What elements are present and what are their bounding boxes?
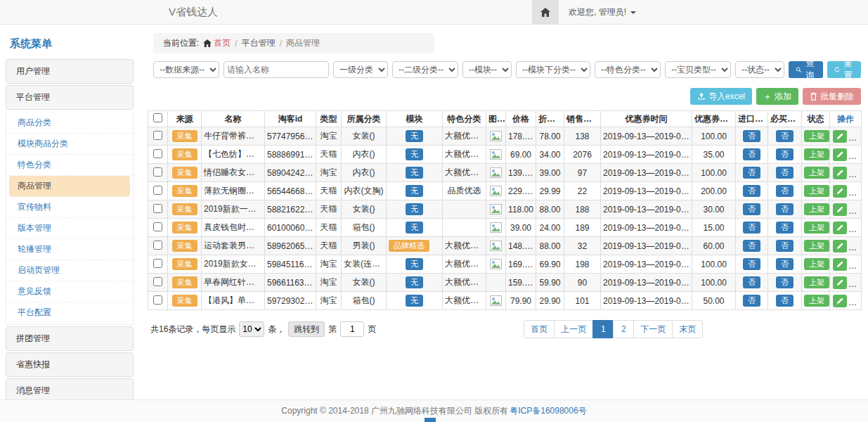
row-checkbox[interactable] — [153, 277, 162, 286]
status-badge[interactable]: 上架 — [804, 130, 829, 142]
sidebar-group-平台管理[interactable]: 平台管理 — [6, 85, 134, 110]
sidebar-item-启动页管理[interactable]: 启动页管理 — [6, 260, 133, 281]
import-select-toggle[interactable]: 否 — [743, 185, 760, 197]
filter-select-一级分类[interactable]: 一级分类 — [333, 61, 388, 78]
must-buy-toggle[interactable]: 否 — [776, 148, 793, 160]
row-checkbox[interactable] — [153, 295, 162, 305]
import-select-toggle[interactable]: 否 — [743, 167, 760, 179]
page-button-1[interactable]: 1 — [592, 320, 614, 338]
icp-link[interactable]: 粤ICP备16098006号 — [510, 405, 586, 417]
edit-button[interactable] — [833, 295, 847, 307]
filter-select-状态[interactable]: --状态-- — [735, 61, 784, 78]
sidebar-group-省惠快报[interactable]: 省惠快报 — [6, 352, 134, 377]
per-page-select[interactable]: 10 — [239, 321, 264, 337]
sidebar-item-模块商品分类[interactable]: 模块商品分类 — [6, 134, 133, 155]
coupon-amount: 100.00 — [692, 255, 736, 274]
batch-delete-button[interactable]: 批量删除 — [803, 88, 861, 105]
must-buy-toggle[interactable]: 否 — [776, 258, 793, 270]
row-checkbox[interactable] — [153, 149, 162, 158]
home-icon — [540, 8, 550, 17]
select-all-checkbox[interactable] — [153, 113, 162, 122]
filter-select-数据来源[interactable]: --数据来源-- — [153, 61, 219, 78]
filter-select-宝贝类型[interactable]: --宝贝类型-- — [665, 61, 731, 78]
status-badge[interactable]: 上架 — [804, 203, 829, 215]
filter-select-特色分类[interactable]: --特色分类-- — [595, 61, 661, 78]
sidebar-group-拼团管理[interactable]: 拼团管理 — [6, 326, 134, 351]
product-name: 早春网红针织外套女春... — [202, 274, 265, 292]
must-buy-toggle[interactable]: 否 — [776, 167, 793, 179]
status-badge[interactable]: 上架 — [804, 185, 829, 197]
sidebar-item-商品分类[interactable]: 商品分类 — [6, 113, 133, 134]
sidebar-item-意见反馈[interactable]: 意见反馈 — [6, 281, 133, 302]
must-buy-toggle[interactable]: 否 — [776, 222, 793, 234]
must-buy-toggle[interactable]: 否 — [776, 295, 793, 307]
sidebar-item-特色分类[interactable]: 特色分类 — [6, 155, 133, 176]
page-button-首页[interactable]: 首页 — [524, 320, 555, 338]
page-button-末页[interactable]: 末页 — [672, 320, 703, 338]
sidebar-item-平台配置[interactable]: 平台配置 — [6, 302, 133, 323]
jump-button[interactable]: 跳转到 — [288, 321, 325, 337]
import-select-toggle[interactable]: 否 — [743, 130, 760, 142]
home-button[interactable] — [532, 0, 559, 25]
import-select-toggle[interactable]: 否 — [743, 203, 760, 215]
row-checkbox[interactable] — [153, 241, 162, 250]
must-buy-toggle[interactable]: 否 — [776, 203, 793, 215]
must-buy-toggle[interactable]: 否 — [776, 185, 793, 197]
edit-button[interactable] — [833, 130, 847, 143]
edit-button[interactable] — [833, 148, 847, 161]
breadcrumb-item[interactable]: 平台管理 — [242, 37, 276, 49]
status-badge[interactable]: 上架 — [804, 276, 829, 288]
status-badge[interactable]: 上架 — [804, 258, 829, 270]
sidebar-group-用户管理[interactable]: 用户管理 — [6, 59, 134, 84]
edit-button[interactable] — [833, 276, 847, 289]
import-select-toggle[interactable]: 否 — [743, 148, 760, 160]
status-badge[interactable]: 上架 — [804, 167, 829, 179]
status-badge[interactable]: 上架 — [804, 148, 829, 160]
import-select-toggle[interactable]: 否 — [743, 240, 760, 252]
must-buy-toggle[interactable]: 否 — [776, 240, 793, 252]
sidebar-item-版本管理[interactable]: 版本管理 — [6, 218, 133, 239]
sidebar-item-宣传物料[interactable]: 宣传物料 — [6, 197, 133, 218]
status-badge[interactable]: 上架 — [804, 240, 829, 252]
user-menu[interactable]: 欢迎您, 管理员! — [569, 6, 636, 18]
row-checkbox[interactable] — [153, 204, 162, 213]
table-row: 采集薄款无钢圈文胸聚拢性...565446685867天猫内衣(文胸)无品质优选… — [148, 182, 862, 200]
must-buy-toggle[interactable]: 否 — [776, 276, 793, 288]
edit-button[interactable] — [833, 203, 847, 216]
row-checkbox[interactable] — [153, 167, 162, 177]
filter-select-二级分类[interactable]: --二级分类-- — [392, 61, 458, 78]
breadcrumb-home-link[interactable]: 首页 — [203, 37, 231, 49]
edit-button[interactable] — [833, 222, 847, 234]
page-number-input[interactable] — [340, 321, 364, 337]
edit-button[interactable] — [833, 167, 847, 179]
edit-button[interactable] — [833, 240, 847, 252]
import-excel-button[interactable]: 导入excel — [690, 88, 752, 105]
page-button-上一页[interactable]: 上一页 — [554, 320, 593, 338]
page-button-2[interactable]: 2 — [613, 320, 634, 338]
status-badge[interactable]: 上架 — [804, 295, 829, 307]
import-select-toggle[interactable]: 否 — [743, 258, 760, 270]
row-checkbox[interactable] — [153, 259, 162, 268]
sidebar-item-轮播管理[interactable]: 轮播管理 — [6, 239, 133, 260]
add-button[interactable]: ＋ 添加 — [756, 88, 798, 105]
sales-count: 189 — [564, 219, 601, 237]
sidebar-item-商品管理[interactable]: 商品管理 — [9, 176, 130, 197]
import-select-toggle[interactable]: 否 — [743, 295, 760, 307]
reset-button[interactable]: 重置 — [827, 61, 862, 78]
import-select-toggle[interactable]: 否 — [743, 276, 760, 288]
search-button[interactable]: 查询 — [789, 61, 823, 78]
edit-button[interactable] — [833, 185, 847, 198]
edit-button[interactable] — [833, 258, 847, 271]
import-select-toggle[interactable]: 否 — [743, 222, 760, 234]
row-checkbox[interactable] — [153, 222, 162, 231]
main-content: 当前位置: 首页 / 平台管理 / 商品管理 --数据来源--一级分类--二级分… — [148, 25, 861, 338]
status-badge[interactable]: 上架 — [804, 222, 829, 234]
filter-select-模块下分类[interactable]: --模块下分类-- — [516, 61, 590, 78]
page-button-下一页[interactable]: 下一页 — [633, 320, 673, 338]
row-checkbox[interactable] — [153, 186, 162, 195]
filter-select-模块[interactable]: --模块-- — [462, 61, 512, 78]
name-search-input[interactable] — [224, 61, 329, 78]
row-checkbox[interactable] — [153, 131, 162, 140]
column-header-名称: 名称 — [202, 111, 265, 127]
must-buy-toggle[interactable]: 否 — [776, 130, 793, 142]
